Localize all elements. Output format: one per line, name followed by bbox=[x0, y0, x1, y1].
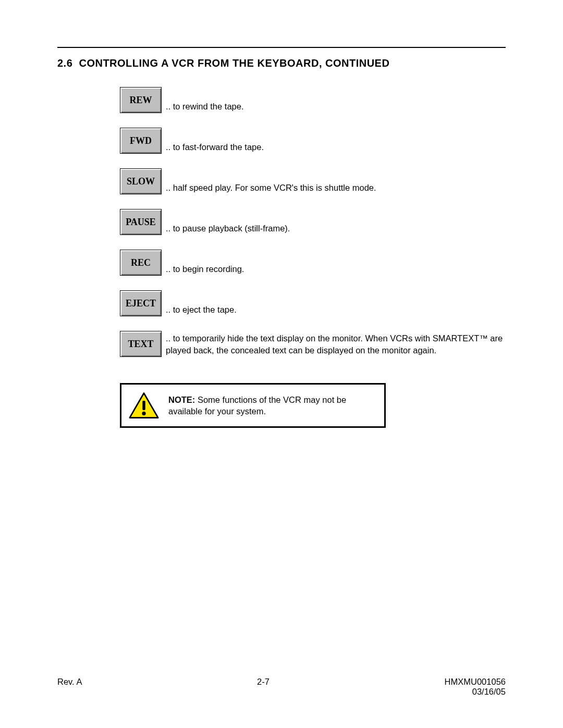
svg-rect-1 bbox=[142, 401, 145, 410]
note-text: NOTE: Some functions of the VCR may not … bbox=[168, 394, 375, 417]
warning-icon bbox=[129, 392, 159, 419]
note-box: NOTE: Some functions of the VCR may not … bbox=[120, 383, 386, 428]
key-item-fwd: FWD .. to fast-forward the tape. bbox=[120, 128, 506, 154]
desc-text: .. to temporarily hide the text display … bbox=[166, 332, 506, 357]
keycap-pause: PAUSE bbox=[120, 209, 162, 235]
keycap-text: TEXT bbox=[120, 331, 162, 357]
keycap-rew: REW bbox=[120, 87, 162, 113]
desc-fwd: .. to fast-forward the tape. bbox=[166, 141, 506, 154]
key-list: REW .. to rewind the tape. FWD .. to fas… bbox=[120, 87, 506, 357]
desc-slow: .. half speed play. For some VCR's this … bbox=[166, 182, 506, 194]
keycap-rec: REC bbox=[120, 250, 162, 276]
page-footer: Rev. A 2-7 HMXMU001056 03/16/05 bbox=[57, 677, 506, 697]
desc-pause: .. to pause playback (still-frame). bbox=[166, 223, 506, 235]
note-body: Some functions of the VCR may not be ava… bbox=[168, 395, 346, 416]
key-item-pause: PAUSE .. to pause playback (still-frame)… bbox=[120, 209, 506, 235]
key-item-text: TEXT .. to temporarily hide the text dis… bbox=[120, 331, 506, 357]
desc-rew: .. to rewind the tape. bbox=[166, 101, 506, 113]
footer-page: 2-7 bbox=[257, 677, 270, 687]
page: 2.6 CONTROLLING A VCR FROM THE KEYBOARD,… bbox=[0, 0, 563, 728]
footer-doc: HMXMU001056 bbox=[445, 677, 506, 687]
desc-eject: .. to eject the tape. bbox=[166, 304, 506, 316]
desc-rec: .. to begin recording. bbox=[166, 263, 506, 276]
keycap-fwd: FWD bbox=[120, 128, 162, 154]
svg-point-2 bbox=[142, 412, 145, 415]
section-heading: 2.6 CONTROLLING A VCR FROM THE KEYBOARD,… bbox=[57, 57, 506, 69]
note-label: NOTE: bbox=[168, 395, 195, 404]
keycap-eject: EJECT bbox=[120, 290, 162, 316]
footer-rev: Rev. A bbox=[57, 677, 82, 687]
footer-right: HMXMU001056 03/16/05 bbox=[445, 677, 506, 697]
key-item-rew: REW .. to rewind the tape. bbox=[120, 87, 506, 113]
keycap-slow: SLOW bbox=[120, 168, 162, 194]
top-rule bbox=[57, 47, 506, 48]
key-item-eject: EJECT .. to eject the tape. bbox=[120, 290, 506, 316]
heading-number: 2.6 bbox=[57, 57, 72, 69]
footer-date: 03/16/05 bbox=[445, 687, 506, 697]
key-item-slow: SLOW .. half speed play. For some VCR's … bbox=[120, 168, 506, 194]
heading-title: CONTROLLING A VCR FROM THE KEYBOARD, CON… bbox=[79, 57, 389, 69]
key-item-rec: REC .. to begin recording. bbox=[120, 250, 506, 276]
